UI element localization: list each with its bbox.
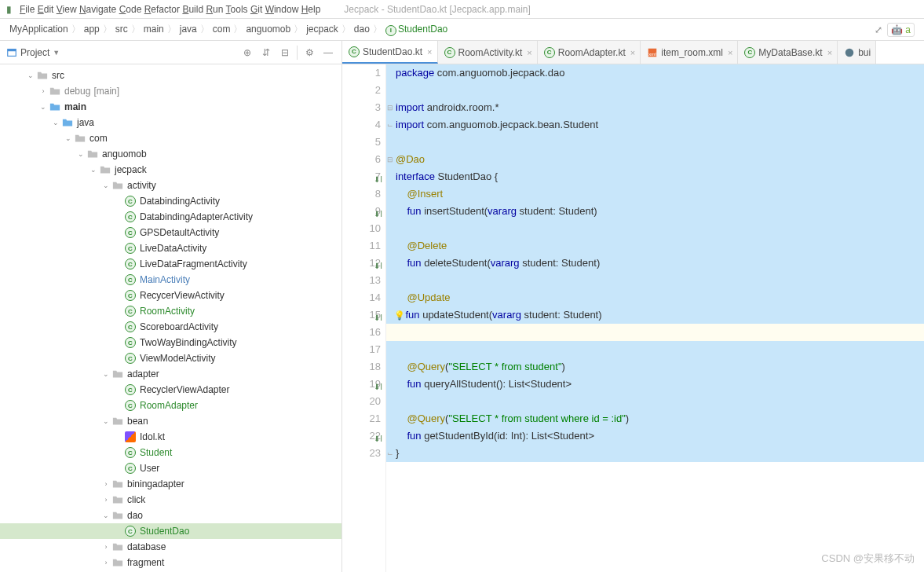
tree-arrow[interactable]: ⌄ bbox=[63, 134, 74, 142]
code-line-12[interactable]: fun deleteStudent(vararg student: Studen… bbox=[386, 255, 924, 272]
breadcrumb-app[interactable]: app bbox=[81, 24, 103, 35]
breadcrumb-studentdao[interactable]: IStudentDao bbox=[382, 24, 451, 35]
tree-item-databindingactivity[interactable]: CDatabindingActivity bbox=[0, 193, 341, 209]
menu-window[interactable]: Window bbox=[265, 4, 299, 15]
menu-build[interactable]: Build bbox=[182, 4, 203, 15]
tree-item-roomadapter[interactable]: CRoomAdapter bbox=[0, 398, 341, 413]
code-line-13[interactable] bbox=[386, 272, 924, 289]
code-line-2[interactable] bbox=[386, 82, 924, 99]
code-line-3[interactable]: ⊟import androidx.room.* bbox=[386, 99, 924, 116]
close-icon[interactable]: × bbox=[630, 48, 635, 57]
code-line-1[interactable]: package com.anguomob.jecpack.dao bbox=[386, 64, 924, 82]
menu-edit[interactable]: Edit bbox=[38, 4, 54, 15]
tree-item-fragment[interactable]: ›fragment bbox=[0, 555, 341, 570]
implements-icon[interactable]: ⬇I bbox=[373, 310, 382, 319]
tree-item-com[interactable]: ⌄com bbox=[0, 130, 341, 146]
tree-arrow[interactable]: ⌄ bbox=[100, 417, 111, 425]
gutter-line-2[interactable]: 2 bbox=[342, 82, 381, 99]
gutter-line-3[interactable]: 3 bbox=[342, 99, 381, 116]
code-line-17[interactable] bbox=[386, 341, 924, 358]
code-area[interactable]: package com.anguomob.jecpack.dao⊟import … bbox=[386, 64, 924, 572]
tab-mydatabase-kt[interactable]: CMyDataBase.kt× bbox=[738, 41, 838, 64]
implements-icon[interactable]: ⬇I bbox=[373, 206, 382, 215]
close-icon[interactable]: × bbox=[427, 47, 432, 57]
tree-item-idol.kt[interactable]: Idol.kt bbox=[0, 429, 341, 445]
tree-item-click[interactable]: ›click bbox=[0, 492, 341, 508]
code-line-21[interactable]: @Query("SELECT * from student where id =… bbox=[386, 410, 924, 427]
tree-arrow[interactable]: ⌄ bbox=[88, 166, 99, 174]
gutter-line-18[interactable]: 18 bbox=[342, 358, 381, 376]
collapse-icon[interactable]: ⊟ bbox=[278, 47, 292, 58]
gutter-line-6[interactable]: 6 bbox=[342, 151, 381, 168]
menu-run[interactable]: Run bbox=[206, 4, 223, 15]
tree-item-adapter[interactable]: ⌄adapter bbox=[0, 366, 341, 382]
breadcrumb-src[interactable]: src bbox=[112, 24, 131, 35]
tree-item-java[interactable]: ⌄java bbox=[0, 115, 341, 130]
code-line-4[interactable]: ⌙import com.anguomob.jecpack.bean.Studen… bbox=[386, 116, 924, 134]
menu-git[interactable]: Git bbox=[250, 4, 262, 15]
code-line-14[interactable]: @Update bbox=[386, 289, 924, 306]
gutter-line-23[interactable]: 23 bbox=[342, 445, 381, 462]
gutter-line-4[interactable]: 4 bbox=[342, 116, 381, 134]
menu-view[interactable]: View bbox=[57, 4, 77, 15]
tree-item-scoreboardactivity[interactable]: CScoreboardActivity bbox=[0, 319, 341, 335]
project-tree[interactable]: ⌄src›debug[main]⌄main⌄java⌄com⌄anguomob⌄… bbox=[0, 64, 341, 572]
breadcrumb-anguomob[interactable]: anguomob bbox=[243, 24, 294, 35]
close-icon[interactable]: × bbox=[827, 48, 832, 57]
tree-item-anguomob[interactable]: ⌄anguomob bbox=[0, 146, 341, 162]
menu-file[interactable]: File bbox=[20, 4, 35, 15]
menu-code[interactable]: Code bbox=[119, 4, 142, 15]
code-line-22[interactable]: fun getStudentById(id: Int): List<Studen… bbox=[386, 427, 924, 445]
code-line-8[interactable]: @Insert bbox=[386, 185, 924, 203]
tree-item-mainactivity[interactable]: CMainActivity bbox=[0, 272, 341, 288]
tree-item-main[interactable]: ⌄main bbox=[0, 99, 341, 115]
tab-studentdao-kt[interactable]: CStudentDao.kt× bbox=[342, 41, 438, 64]
tree-item-viewmodelactivity[interactable]: CViewModelActivity bbox=[0, 350, 341, 366]
tab-bui[interactable]: bui bbox=[838, 41, 876, 64]
tab-roomactivity-kt[interactable]: CRoomActivity.kt× bbox=[438, 41, 538, 64]
tree-arrow[interactable]: ⌄ bbox=[100, 512, 111, 519]
menu-navigate[interactable]: Navigate bbox=[79, 4, 116, 15]
menu-refactor[interactable]: Refactor bbox=[144, 4, 180, 15]
gutter-line-12[interactable]: 12⬇I bbox=[342, 255, 381, 272]
tree-item-jecpack[interactable]: ⌄jecpack bbox=[0, 162, 341, 178]
code-line-5[interactable] bbox=[386, 134, 924, 151]
hide-icon[interactable]: — bbox=[321, 47, 335, 58]
tree-arrow[interactable]: ⌄ bbox=[100, 182, 111, 189]
code-line-15[interactable]: 💡 fun updateStudent(vararg student: Stud… bbox=[386, 306, 924, 324]
tree-item-databindingadapteractivity[interactable]: CDatabindingAdapterActivity bbox=[0, 209, 341, 225]
code-line-19[interactable]: fun queryAllStudent(): List<Student> bbox=[386, 376, 924, 393]
code-line-18[interactable]: @Query("SELECT * from student") bbox=[386, 358, 924, 376]
tree-item-database[interactable]: ›database bbox=[0, 539, 341, 555]
tree-item-student[interactable]: CStudent bbox=[0, 445, 341, 460]
tree-item-src[interactable]: ⌄src bbox=[0, 68, 341, 83]
android-icon[interactable]: 🤖 a bbox=[887, 23, 915, 37]
gutter-line-21[interactable]: 21 bbox=[342, 410, 381, 427]
gutter-line-16[interactable]: 16 bbox=[342, 324, 381, 341]
breadcrumb-main[interactable]: main bbox=[141, 24, 167, 35]
gutter-line-8[interactable]: 8 bbox=[342, 185, 381, 203]
gutter-line-1[interactable]: 1 bbox=[342, 64, 381, 82]
tree-item-recyclerviewadapter[interactable]: CRecyclerViewAdapter bbox=[0, 382, 341, 398]
code-line-11[interactable]: @Delete bbox=[386, 237, 924, 255]
gutter-line-15[interactable]: 15⬇I bbox=[342, 306, 381, 324]
tree-item-activity[interactable]: ⌄activity bbox=[0, 178, 341, 193]
gutter-line-9[interactable]: 9⬇I bbox=[342, 203, 381, 220]
fold-end-icon[interactable]: ⌙ bbox=[386, 116, 394, 134]
code-line-20[interactable] bbox=[386, 393, 924, 410]
fold-icon[interactable]: ⊟ bbox=[386, 151, 394, 168]
tree-item-livedataactivity[interactable]: CLiveDataActivity bbox=[0, 240, 341, 256]
tree-item-user[interactable]: CUser bbox=[0, 460, 341, 476]
tree-arrow[interactable]: › bbox=[100, 480, 111, 488]
gutter-line-7[interactable]: 7⬇I bbox=[342, 168, 381, 185]
menu-tools[interactable]: Tools bbox=[226, 4, 248, 15]
close-icon[interactable]: × bbox=[527, 48, 531, 57]
gutter-line-13[interactable]: 13 bbox=[342, 272, 381, 289]
breadcrumb-jecpack[interactable]: jecpack bbox=[303, 24, 341, 35]
gear-icon[interactable]: ⚙ bbox=[302, 47, 316, 58]
implements-icon[interactable]: ⬇I bbox=[373, 431, 382, 440]
tree-item-debug[interactable]: ›debug[main] bbox=[0, 83, 341, 99]
gutter-line-10[interactable]: 10 bbox=[342, 220, 381, 237]
implements-icon[interactable]: ⬇I bbox=[373, 171, 382, 181]
implements-icon[interactable]: ⬇I bbox=[373, 379, 382, 388]
